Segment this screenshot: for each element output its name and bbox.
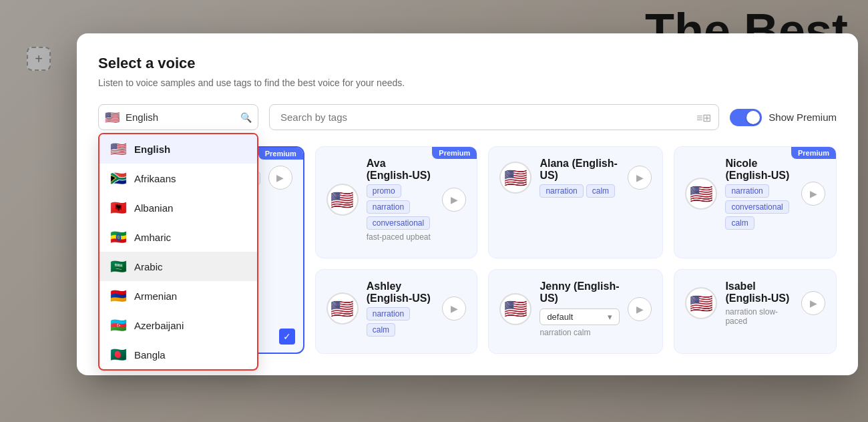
nicole-premium-badge: Premium: [791, 147, 836, 159]
show-premium-label: Show Premium: [769, 112, 837, 123]
tags-input[interactable]: [269, 104, 719, 130]
nicole-play-button[interactable]: ▶: [801, 182, 825, 206]
ashley-name: Ashley (English-US): [367, 280, 435, 304]
play-button[interactable]: ▶: [268, 166, 292, 190]
ashley-tag-narration: narration: [367, 307, 410, 321]
dropdown-label-bangla: Bangla: [134, 349, 166, 361]
ava-name: Ava (English-US): [367, 158, 435, 182]
dropdown-item-afrikaans[interactable]: 🇿🇦 Afrikaans: [99, 164, 257, 193]
nicole-name: Nicole (English-US): [725, 158, 793, 182]
dropdown-label-azerbaijani: Azerbaijani: [134, 320, 184, 331]
dropdown-flag-english: 🇺🇸: [110, 141, 126, 157]
ava-tag-conversational: conversational: [367, 216, 430, 230]
dropdown-item-arabic[interactable]: 🇸🇦 Arabic: [99, 252, 257, 281]
voice-card-ashley[interactable]: 🇺🇸 Ashley (English-US) narration calm ▶: [315, 269, 478, 354]
jenny-name: Jenny (English-US): [539, 280, 620, 304]
dropdown-label-albanian: Albanian: [134, 202, 173, 214]
ashley-flag: 🇺🇸: [327, 292, 359, 325]
ava-play-button[interactable]: ▶: [442, 188, 466, 212]
jenny-dropdown-value: default: [547, 312, 573, 322]
show-premium-toggle[interactable]: [730, 109, 762, 126]
ava-desc: fast-paced upbeat: [367, 232, 435, 242]
dropdown-label-arabic: Arabic: [134, 261, 163, 272]
toggle-knob: [746, 111, 760, 124]
chevron-down-icon: ▾: [608, 312, 612, 322]
language-search-icon: 🔍: [240, 112, 252, 123]
dropdown-item-bangla[interactable]: 🇧🇩 Bangla: [99, 340, 257, 369]
ava-premium-badge: Premium: [432, 147, 477, 159]
dropdown-flag-armenian: 🇦🇲: [110, 288, 126, 304]
alana-tag-narration: narration: [539, 184, 583, 198]
ava-flag: 🇺🇸: [327, 184, 359, 216]
language-input[interactable]: [98, 104, 258, 130]
voice-card-alana[interactable]: 🇺🇸 Alana (English-US) narration calm ▶: [488, 146, 663, 258]
dropdown-item-albanian[interactable]: 🇦🇱 Albanian: [99, 193, 257, 222]
jenny-header: 🇺🇸 Jenny (English-US) default ▾ narratio…: [499, 280, 652, 337]
dropdown-item-azerbaijani[interactable]: 🇦🇿 Azerbaijani: [99, 310, 257, 340]
isabel-name: Isabel (English-US): [725, 280, 793, 304]
jenny-style-dropdown[interactable]: default ▾: [539, 308, 620, 325]
jenny-info: Jenny (English-US) default ▾ narration c…: [539, 280, 620, 337]
controls-row: 🇺🇸 🔍 🇺🇸 English 🇿🇦 Afrikaans 🇦🇱 Albanian: [98, 104, 837, 130]
dropdown-label-english: English: [134, 144, 170, 155]
modal-title: Select a voice: [98, 55, 837, 72]
nicole-info: Nicole (English-US) narration conversati…: [725, 158, 793, 230]
ava-tag-promo: promo: [367, 184, 401, 198]
ava-header: 🇺🇸 Ava (English-US) promo narration conv…: [327, 158, 467, 242]
ava-info: Ava (English-US) promo narration convers…: [367, 158, 435, 242]
dropdown-flag-azerbaijani: 🇦🇿: [110, 317, 126, 333]
language-selector[interactable]: 🇺🇸 🔍 🇺🇸 English 🇿🇦 Afrikaans 🇦🇱 Albanian: [98, 104, 258, 130]
jenny-play-button[interactable]: ▶: [628, 297, 652, 321]
dropdown-flag-bangla: 🇧🇩: [110, 347, 126, 363]
isabel-info: Isabel (English-US) narration slow-paced: [725, 280, 793, 326]
language-dropdown: 🇺🇸 English 🇿🇦 Afrikaans 🇦🇱 Albanian 🇪🇹 A…: [98, 133, 258, 371]
nicole-tag-calm: calm: [725, 216, 754, 230]
nicole-tag-narration: narration: [725, 184, 769, 198]
voice-card-jenny[interactable]: 🇺🇸 Jenny (English-US) default ▾ narratio…: [488, 269, 663, 354]
nicole-tags: narration conversational calm: [725, 184, 793, 230]
dropdown-label-amharic: Amharic: [134, 232, 171, 243]
alana-header: 🇺🇸 Alana (English-US) narration calm ▶: [499, 158, 652, 198]
voice-card-isabel[interactable]: 🇺🇸 Isabel (English-US) narration slow-pa…: [674, 269, 837, 354]
isabel-desc: narration slow-paced: [725, 307, 793, 326]
dropdown-flag-albanian: 🇦🇱: [110, 200, 126, 216]
alana-name: Alana (English-US): [539, 158, 620, 182]
alana-tags: narration calm: [539, 184, 620, 198]
alana-play-button[interactable]: ▶: [628, 166, 652, 190]
nicole-header: 🇺🇸 Nicole (English-US) narration convers…: [685, 158, 825, 230]
dropdown-flag-afrikaans: 🇿🇦: [110, 170, 126, 186]
premium-badge: Premium: [258, 148, 303, 160]
isabel-flag: 🇺🇸: [685, 287, 717, 319]
tags-icon: ≡⊞: [696, 111, 711, 124]
nicole-tag-conversational: conversational: [725, 200, 789, 214]
voice-card-nicole[interactable]: Premium 🇺🇸 Nicole (English-US) narration…: [674, 146, 837, 258]
voice-card-ava[interactable]: Premium 🇺🇸 Ava (English-US) promo narrat…: [315, 146, 478, 258]
tags-search: ≡⊞: [269, 104, 719, 130]
dropdown-item-armenian[interactable]: 🇦🇲 Armenian: [99, 281, 257, 310]
alana-info: Alana (English-US) narration calm: [539, 158, 620, 198]
nicole-flag: 🇺🇸: [685, 178, 717, 210]
alana-flag: 🇺🇸: [499, 162, 531, 194]
jenny-flag: 🇺🇸: [499, 293, 531, 325]
premium-toggle-area: Show Premium: [730, 109, 837, 126]
alana-tag-calm: calm: [586, 184, 615, 198]
dropdown-flag-amharic: 🇪🇹: [110, 229, 126, 245]
isabel-play-button[interactable]: ▶: [801, 291, 825, 315]
dropdown-item-english[interactable]: 🇺🇸 English: [99, 134, 257, 164]
dropdown-label-afrikaans: Afrikaans: [134, 173, 176, 184]
isabel-header: 🇺🇸 Isabel (English-US) narration slow-pa…: [685, 280, 825, 326]
ava-tags: promo narration conversational: [367, 184, 435, 230]
ashley-play-button[interactable]: ▶: [442, 296, 466, 321]
dropdown-flag-arabic: 🇸🇦: [110, 258, 126, 274]
dropdown-label-armenian: Armenian: [134, 290, 177, 302]
selected-checkmark: ✓: [279, 329, 295, 345]
ashley-info: Ashley (English-US) narration calm: [367, 280, 435, 337]
ava-tag-narration: narration: [367, 200, 410, 214]
language-flag: 🇺🇸: [105, 110, 120, 125]
select-voice-modal: Select a voice Listen to voice samples a…: [77, 33, 858, 375]
modal-subtitle: Listen to voice samples and use tags to …: [98, 77, 837, 88]
ashley-header: 🇺🇸 Ashley (English-US) narration calm ▶: [327, 280, 467, 337]
jenny-desc: narration calm: [539, 328, 620, 337]
dropdown-item-amharic[interactable]: 🇪🇹 Amharic: [99, 222, 257, 252]
ashley-tag-calm: calm: [367, 323, 395, 337]
